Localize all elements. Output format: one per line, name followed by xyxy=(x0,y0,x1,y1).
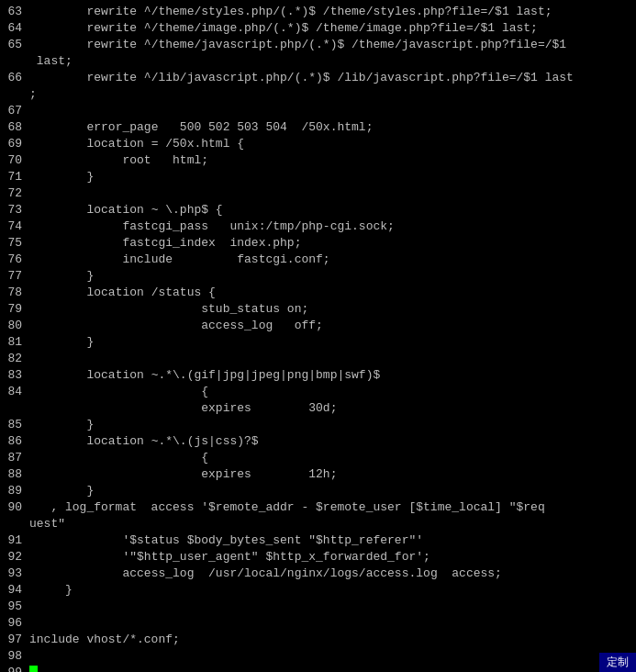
line-num-85: 85 xyxy=(0,417,29,433)
line-num-82: 82 xyxy=(0,351,29,367)
code-line-96: 96 xyxy=(0,615,636,632)
code-line-64: 64 rewrite ^/theme/image.php/(.*)$ /them… xyxy=(0,20,636,37)
code-line-91: 91 '$status $body_bytes_sent "$http_refe… xyxy=(0,532,636,549)
line-content-77: } xyxy=(29,268,94,285)
code-line-85: 85 } xyxy=(0,417,636,433)
code-line-78: 78 location /status { xyxy=(0,285,636,301)
line-content-65: rewrite ^/theme/javascript.php/(.*)$ /th… xyxy=(29,37,566,53)
line-num-65: 65 xyxy=(0,37,29,53)
line-num-71: 71 xyxy=(0,169,29,185)
code-line-67: 67 xyxy=(0,103,636,119)
line-num-75: 75 xyxy=(0,235,29,252)
code-line-68: 68 error_page 500 502 503 504 /50x.html; xyxy=(0,119,636,136)
code-line-84b: expires 30d; xyxy=(0,400,636,417)
line-content-78: location /status { xyxy=(29,285,216,301)
line-num-66: 66 xyxy=(0,70,29,86)
line-num-81: 81 xyxy=(0,334,29,351)
status-text: 定制 xyxy=(607,656,629,669)
line-content-91: '$status $body_bytes_sent "$http_referer… xyxy=(29,532,423,549)
line-content-68: error_page 500 502 503 504 /50x.html; xyxy=(29,119,373,136)
code-line-75: 75 fastcgi_index index.php; xyxy=(0,235,636,252)
line-content-99 xyxy=(29,665,38,672)
line-num-79: 79 xyxy=(0,301,29,318)
line-content-88: expires 12h; xyxy=(29,466,337,483)
line-content-63: rewrite ^/theme/styles.php/(.*)$ /theme/… xyxy=(29,4,552,20)
line-num-78: 78 xyxy=(0,285,29,301)
code-line-80: 80 access_log off; xyxy=(0,318,636,334)
line-content-64: rewrite ^/theme/image.php/(.*)$ /theme/i… xyxy=(29,20,538,37)
line-content-79: stub_status on; xyxy=(29,301,308,318)
line-num-77: 77 xyxy=(0,268,29,285)
code-line-65b: last; xyxy=(0,53,636,70)
line-content-94: } xyxy=(29,582,73,599)
line-num-88: 88 xyxy=(0,466,29,483)
line-content-66: rewrite ^/lib/javascript.php/(.*)$ /lib/… xyxy=(29,70,574,86)
line-content-73: location ~ \.php$ { xyxy=(29,202,223,218)
line-content-89: } xyxy=(29,483,94,499)
line-num-99: 99 xyxy=(0,665,29,672)
line-content-83: location ~.*\.(gif|jpg|jpeg|png|bmp|swf)… xyxy=(29,367,380,384)
code-line-73: 73 location ~ \.php$ { xyxy=(0,202,636,218)
line-num-72: 72 xyxy=(0,185,29,202)
line-content-84: { xyxy=(29,384,208,400)
code-line-92: 92 '"$http_user_agent" $http_x_forwarded… xyxy=(0,549,636,566)
line-num-89: 89 xyxy=(0,483,29,499)
line-num-63: 63 xyxy=(0,4,29,20)
line-content-93: access_log /usr/local/nginx/logs/access.… xyxy=(29,566,502,582)
line-num-69: 69 xyxy=(0,136,29,152)
line-content-70: root html; xyxy=(29,152,208,169)
code-line-87: 87 { xyxy=(0,450,636,466)
line-num-97: 97 xyxy=(0,632,29,648)
line-content-65b: last; xyxy=(29,53,73,70)
code-line-99: 99 xyxy=(0,665,636,672)
code-line-69: 69 location = /50x.html { xyxy=(0,136,636,152)
line-content-92: '"$http_user_agent" $http_x_forwarded_fo… xyxy=(29,549,430,566)
code-line-70: 70 root html; xyxy=(0,152,636,169)
line-content-87: { xyxy=(29,450,208,466)
line-num-91: 91 xyxy=(0,532,29,549)
code-line-90: 90 , log_format access '$remote_addr - $… xyxy=(0,499,636,516)
code-line-79: 79 stub_status on; xyxy=(0,301,636,318)
code-line-77: 77 } xyxy=(0,268,636,285)
line-num-83: 83 xyxy=(0,367,29,384)
code-line-63: 63 rewrite ^/theme/styles.php/(.*)$ /the… xyxy=(0,4,636,20)
line-content-75: fastcgi_index index.php; xyxy=(29,235,301,252)
code-line-94: 94 } xyxy=(0,582,636,599)
code-editor: 63 rewrite ^/theme/styles.php/(.*)$ /the… xyxy=(0,0,636,672)
line-num-64: 64 xyxy=(0,20,29,37)
line-content-69: location = /50x.html { xyxy=(29,136,244,152)
line-num-80: 80 xyxy=(0,318,29,334)
status-bar: 定制 xyxy=(599,653,636,672)
code-line-66b: ; xyxy=(0,86,636,103)
line-num-94: 94 xyxy=(0,582,29,599)
code-line-95: 95 xyxy=(0,599,636,615)
line-content-84b: expires 30d; xyxy=(29,400,337,417)
line-num-70: 70 xyxy=(0,152,29,169)
line-content-76: include fastcgi.conf; xyxy=(29,252,330,268)
code-line-72: 72 xyxy=(0,185,636,202)
code-line-83: 83 location ~.*\.(gif|jpg|jpeg|png|bmp|s… xyxy=(0,367,636,384)
code-line-98: 98 xyxy=(0,648,636,665)
line-content-66b: ; xyxy=(29,86,37,103)
line-num-93: 93 xyxy=(0,566,29,582)
code-line-86: 86 location ~.*\.(js|css)?$ xyxy=(0,433,636,450)
line-num-96: 96 xyxy=(0,615,29,632)
line-content-81: } xyxy=(29,334,94,351)
line-num-67: 67 xyxy=(0,103,29,119)
line-num-76: 76 xyxy=(0,252,29,268)
line-content-85: } xyxy=(29,417,94,433)
code-line-88: 88 expires 12h; xyxy=(0,466,636,483)
code-line-65: 65 rewrite ^/theme/javascript.php/(.*)$ … xyxy=(0,37,636,53)
line-num-73: 73 xyxy=(0,202,29,218)
code-line-71: 71 } xyxy=(0,169,636,185)
line-num-84: 84 xyxy=(0,384,29,400)
line-num-86: 86 xyxy=(0,433,29,450)
line-content-90b: uest" xyxy=(29,516,65,532)
code-line-84: 84 { xyxy=(0,384,636,400)
line-num-98: 98 xyxy=(0,648,29,665)
line-content-90: , log_format access '$remote_addr - $rem… xyxy=(29,499,545,516)
line-num-87: 87 xyxy=(0,450,29,466)
code-line-89: 89 } xyxy=(0,483,636,499)
cursor xyxy=(29,666,38,672)
line-content-86: location ~.*\.(js|css)?$ xyxy=(29,433,259,450)
